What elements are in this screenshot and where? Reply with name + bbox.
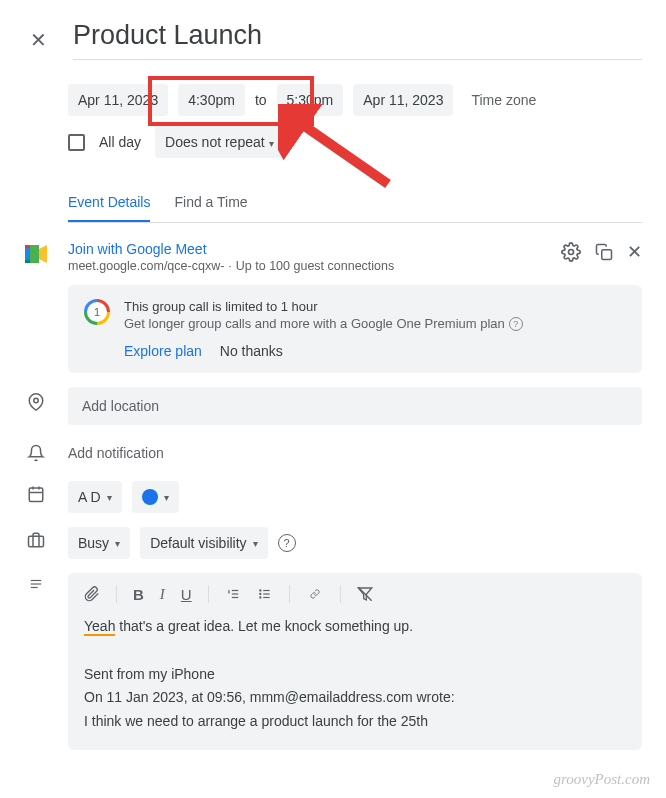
start-time[interactable]: 4:30pm bbox=[178, 84, 245, 116]
link-icon[interactable] bbox=[306, 589, 324, 599]
svg-rect-0 bbox=[25, 248, 30, 260]
svg-rect-6 bbox=[602, 250, 612, 260]
end-time[interactable]: 5:30pm bbox=[277, 84, 344, 116]
repeat-dropdown[interactable]: Does not repeat ▾ bbox=[155, 126, 284, 158]
svg-rect-4 bbox=[25, 260, 30, 263]
google-one-icon: 1 bbox=[84, 299, 110, 325]
svg-point-7 bbox=[34, 398, 39, 403]
tab-find-time[interactable]: Find a Time bbox=[174, 194, 247, 222]
svg-point-23 bbox=[259, 593, 260, 594]
bullet-list-icon[interactable] bbox=[257, 587, 273, 601]
no-thanks-button[interactable]: No thanks bbox=[220, 343, 283, 359]
chevron-down-icon: ▾ bbox=[115, 538, 120, 549]
description-toolbar: B I U bbox=[84, 585, 626, 603]
svg-point-22 bbox=[259, 590, 260, 591]
visibility-help-icon[interactable]: ? bbox=[278, 534, 296, 552]
svg-rect-1 bbox=[30, 245, 39, 263]
svg-marker-2 bbox=[39, 245, 47, 263]
underline-icon[interactable]: U bbox=[181, 586, 192, 603]
tabs: Event Details Find a Time bbox=[68, 194, 642, 223]
clear-formatting-icon[interactable] bbox=[357, 586, 373, 602]
description-icon bbox=[24, 573, 48, 591]
description-editor[interactable]: B I U bbox=[68, 573, 642, 750]
all-day-label: All day bbox=[99, 134, 141, 150]
info-card-sub: Get longer group calls and more with a G… bbox=[124, 316, 626, 331]
color-dropdown[interactable]: ▾ bbox=[132, 481, 179, 513]
watermark: groovyPost.com bbox=[553, 771, 650, 788]
availability-dropdown[interactable]: Busy ▾ bbox=[68, 527, 130, 559]
briefcase-icon bbox=[24, 527, 48, 549]
info-card-title: This group call is limited to 1 hour bbox=[124, 299, 626, 314]
meet-settings-icon[interactable] bbox=[561, 242, 581, 262]
attach-icon[interactable] bbox=[84, 585, 100, 603]
notification-icon bbox=[24, 439, 48, 463]
availability-label: Busy bbox=[78, 535, 109, 551]
google-one-info-card: 1 This group call is limited to 1 hour G… bbox=[68, 285, 642, 373]
svg-point-24 bbox=[259, 597, 260, 598]
repeat-label: Does not repeat bbox=[165, 134, 265, 150]
italic-icon[interactable]: I bbox=[160, 586, 165, 603]
description-text[interactable]: Yeah that's a great idea. Let me knock s… bbox=[84, 615, 626, 734]
svg-rect-3 bbox=[25, 245, 30, 248]
color-swatch bbox=[142, 489, 158, 505]
numbered-list-icon[interactable] bbox=[225, 587, 241, 601]
calendar-owner-dropdown[interactable]: A D ▾ bbox=[68, 481, 122, 513]
all-day-checkbox[interactable] bbox=[68, 134, 85, 151]
svg-point-5 bbox=[569, 250, 574, 255]
calendar-icon bbox=[24, 481, 48, 503]
svg-rect-12 bbox=[29, 536, 44, 547]
tab-event-details[interactable]: Event Details bbox=[68, 194, 150, 222]
end-date[interactable]: Apr 11, 2023 bbox=[353, 84, 453, 116]
svg-rect-8 bbox=[29, 488, 43, 502]
help-icon[interactable]: ? bbox=[509, 317, 523, 331]
chevron-down-icon: ▾ bbox=[269, 138, 274, 149]
chevron-down-icon: ▾ bbox=[107, 492, 112, 503]
bold-icon[interactable]: B bbox=[133, 586, 144, 603]
timezone-button[interactable]: Time zone bbox=[471, 92, 536, 108]
start-date[interactable]: Apr 11, 2023 bbox=[68, 84, 168, 116]
copy-meet-icon[interactable] bbox=[595, 243, 613, 261]
remove-meet-icon[interactable]: ✕ bbox=[627, 241, 642, 263]
explore-plan-button[interactable]: Explore plan bbox=[124, 343, 202, 359]
chevron-down-icon: ▾ bbox=[253, 538, 258, 549]
add-notification-button[interactable]: Add notification bbox=[68, 439, 642, 467]
event-title-input[interactable]: Product Launch bbox=[73, 20, 642, 60]
calendar-owner-label: A D bbox=[78, 489, 101, 505]
location-input[interactable]: Add location bbox=[68, 387, 642, 425]
close-icon[interactable]: ✕ bbox=[24, 24, 53, 56]
to-label: to bbox=[255, 92, 267, 108]
location-icon bbox=[24, 387, 48, 413]
join-meet-link[interactable]: Join with Google Meet bbox=[68, 241, 394, 257]
visibility-dropdown[interactable]: Default visibility ▾ bbox=[140, 527, 267, 559]
google-meet-icon bbox=[24, 241, 48, 263]
visibility-label: Default visibility bbox=[150, 535, 246, 551]
chevron-down-icon: ▾ bbox=[164, 492, 169, 503]
meet-url-label: meet.google.com/qce-cqxw-·Up to 100 gues… bbox=[68, 259, 394, 273]
